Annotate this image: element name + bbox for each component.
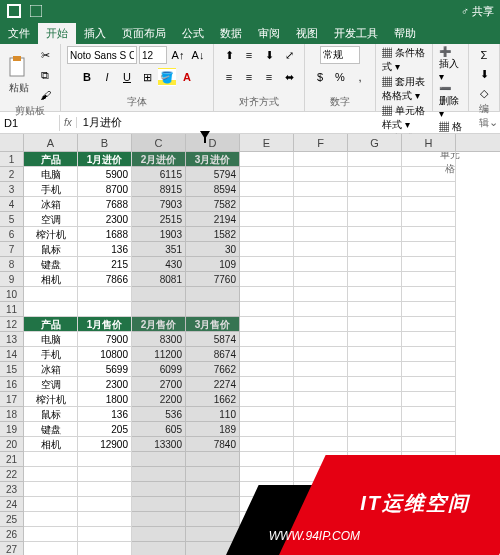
cell[interactable]: 相机 bbox=[24, 272, 78, 287]
cell[interactable]: 5900 bbox=[78, 167, 132, 182]
cell[interactable]: 430 bbox=[132, 257, 186, 272]
cell[interactable]: 7866 bbox=[78, 272, 132, 287]
cell[interactable] bbox=[402, 152, 456, 167]
tab-帮助[interactable]: 帮助 bbox=[386, 23, 424, 44]
cell[interactable] bbox=[240, 287, 294, 302]
cell[interactable]: 2700 bbox=[132, 377, 186, 392]
cell[interactable] bbox=[294, 287, 348, 302]
cell[interactable] bbox=[24, 527, 78, 542]
row-header-23[interactable]: 23 bbox=[0, 482, 24, 497]
cell[interactable] bbox=[294, 497, 348, 512]
cell[interactable]: 7582 bbox=[186, 197, 240, 212]
cut-button[interactable]: ✂ bbox=[36, 46, 54, 64]
cell[interactable] bbox=[294, 302, 348, 317]
row-header-11[interactable]: 11 bbox=[0, 302, 24, 317]
cell[interactable]: 6099 bbox=[132, 362, 186, 377]
cell[interactable] bbox=[240, 422, 294, 437]
cell[interactable] bbox=[402, 182, 456, 197]
cell[interactable] bbox=[294, 452, 348, 467]
autosum-button[interactable]: Σ bbox=[475, 46, 493, 64]
row-header-21[interactable]: 21 bbox=[0, 452, 24, 467]
formula-input[interactable]: 1月进价 bbox=[77, 113, 486, 132]
cell[interactable] bbox=[186, 302, 240, 317]
fx-button[interactable]: fx bbox=[64, 117, 72, 128]
cell[interactable] bbox=[348, 467, 402, 482]
cell[interactable]: 7688 bbox=[78, 197, 132, 212]
cell[interactable] bbox=[24, 512, 78, 527]
cell[interactable]: 电脑 bbox=[24, 167, 78, 182]
cell[interactable]: 8594 bbox=[186, 182, 240, 197]
font-color-button[interactable]: A bbox=[178, 68, 196, 86]
cell[interactable]: 5699 bbox=[78, 362, 132, 377]
cell[interactable] bbox=[132, 527, 186, 542]
cell[interactable] bbox=[402, 167, 456, 182]
cell[interactable]: 2300 bbox=[78, 212, 132, 227]
cell[interactable] bbox=[186, 512, 240, 527]
tab-审阅[interactable]: 审阅 bbox=[250, 23, 288, 44]
cell[interactable] bbox=[402, 542, 456, 555]
cell[interactable] bbox=[402, 317, 456, 332]
format-painter-button[interactable]: 🖌 bbox=[36, 86, 54, 104]
conditional-format-button[interactable]: ▦ 条件格式 ▾ bbox=[382, 46, 426, 74]
cell[interactable] bbox=[402, 437, 456, 452]
cell[interactable]: 351 bbox=[132, 242, 186, 257]
italic-button[interactable]: I bbox=[98, 68, 116, 86]
row-header-6[interactable]: 6 bbox=[0, 227, 24, 242]
align-right-button[interactable]: ≡ bbox=[260, 68, 278, 86]
column-header-H[interactable]: H bbox=[402, 134, 456, 151]
cell[interactable] bbox=[132, 512, 186, 527]
cell[interactable]: 2274 bbox=[186, 377, 240, 392]
cell[interactable] bbox=[348, 542, 402, 555]
cell[interactable]: 11200 bbox=[132, 347, 186, 362]
row-header-14[interactable]: 14 bbox=[0, 347, 24, 362]
cell[interactable]: 10800 bbox=[78, 347, 132, 362]
cell[interactable] bbox=[132, 482, 186, 497]
align-bottom-button[interactable]: ⬇ bbox=[260, 46, 278, 64]
cell[interactable] bbox=[348, 452, 402, 467]
row-header-3[interactable]: 3 bbox=[0, 182, 24, 197]
cell[interactable] bbox=[294, 347, 348, 362]
tab-页面布局[interactable]: 页面布局 bbox=[114, 23, 174, 44]
cell[interactable]: 8700 bbox=[78, 182, 132, 197]
cell[interactable] bbox=[294, 377, 348, 392]
cell[interactable]: 136 bbox=[78, 242, 132, 257]
cell[interactable]: 109 bbox=[186, 257, 240, 272]
cell[interactable] bbox=[240, 482, 294, 497]
cell[interactable] bbox=[294, 482, 348, 497]
cell[interactable]: 键盘 bbox=[24, 257, 78, 272]
copy-button[interactable]: ⧉ bbox=[36, 66, 54, 84]
cell[interactable] bbox=[240, 467, 294, 482]
cell[interactable] bbox=[348, 377, 402, 392]
cell[interactable] bbox=[348, 287, 402, 302]
cell[interactable] bbox=[402, 227, 456, 242]
cell[interactable] bbox=[402, 212, 456, 227]
currency-button[interactable]: $ bbox=[311, 68, 329, 86]
cell[interactable]: 冰箱 bbox=[24, 197, 78, 212]
align-center-button[interactable]: ≡ bbox=[240, 68, 258, 86]
column-header-G[interactable]: G bbox=[348, 134, 402, 151]
cell[interactable] bbox=[24, 452, 78, 467]
cell[interactable] bbox=[348, 527, 402, 542]
cell[interactable] bbox=[402, 377, 456, 392]
row-header-24[interactable]: 24 bbox=[0, 497, 24, 512]
cell[interactable] bbox=[294, 227, 348, 242]
cell[interactable] bbox=[348, 347, 402, 362]
tab-文件[interactable]: 文件 bbox=[0, 23, 38, 44]
cell[interactable] bbox=[294, 182, 348, 197]
cell[interactable] bbox=[348, 317, 402, 332]
cell[interactable] bbox=[78, 482, 132, 497]
cell[interactable] bbox=[186, 467, 240, 482]
cell[interactable] bbox=[240, 392, 294, 407]
cell[interactable]: 1582 bbox=[186, 227, 240, 242]
cell[interactable] bbox=[240, 272, 294, 287]
cell[interactable] bbox=[348, 272, 402, 287]
cell[interactable] bbox=[294, 242, 348, 257]
cell[interactable] bbox=[24, 542, 78, 555]
paste-button[interactable]: 粘贴 bbox=[6, 54, 32, 97]
cell[interactable] bbox=[240, 527, 294, 542]
row-header-5[interactable]: 5 bbox=[0, 212, 24, 227]
cell[interactable] bbox=[294, 317, 348, 332]
cell[interactable] bbox=[240, 257, 294, 272]
cell[interactable] bbox=[240, 407, 294, 422]
cell[interactable] bbox=[24, 302, 78, 317]
